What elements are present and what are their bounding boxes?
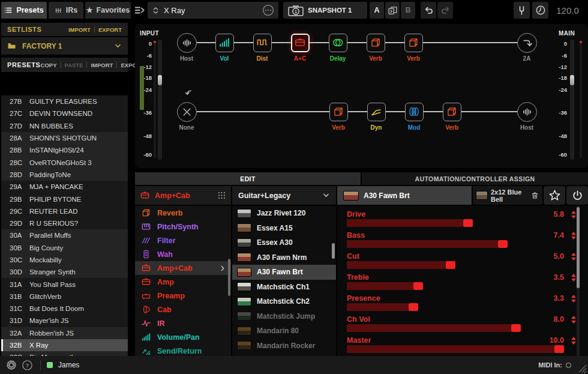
tab-edit[interactable]: EDIT: [135, 172, 361, 185]
bypass-power-button[interactable]: [566, 186, 588, 205]
preset-row[interactable]: 30DStranger Synth: [1, 266, 128, 278]
slider-handle[interactable]: [511, 324, 521, 332]
category-volume-pan[interactable]: Volume/Pan: [135, 330, 231, 344]
category-reverb[interactable]: Reverb: [135, 206, 231, 220]
model-row[interactable]: Essex A30: [232, 235, 336, 250]
model-row[interactable]: Mandarin Rocker: [232, 339, 336, 354]
param-stepper[interactable]: [571, 274, 576, 282]
tuner-button[interactable]: [514, 2, 530, 19]
collapse-panel-icon[interactable]: [134, 5, 145, 16]
stepper-down-icon[interactable]: [571, 300, 576, 303]
category-scrollbar-thumb[interactable]: [228, 259, 230, 296]
model-row[interactable]: Mandarin 80: [232, 324, 336, 339]
param-value[interactable]: 5.0: [538, 252, 564, 261]
path2-host-io[interactable]: [517, 102, 537, 122]
compare-copy-button[interactable]: [385, 2, 400, 19]
model-scrollbar-thumb[interactable]: [332, 243, 335, 259]
preset-selector[interactable]: X Ray: [148, 2, 278, 19]
param-slider[interactable]: [347, 282, 564, 290]
path1-host-io[interactable]: [177, 33, 197, 53]
compare-b-button[interactable]: B: [401, 2, 415, 19]
preset-row[interactable]: 31DMayer'ish JS: [1, 315, 128, 327]
param-stepper[interactable]: [571, 316, 576, 324]
slider-handle[interactable]: [413, 282, 423, 290]
preset-row[interactable]: 31BGlitchVerb: [1, 291, 128, 303]
param-slider[interactable]: [347, 303, 564, 311]
presets-import-button[interactable]: IMPORT: [91, 62, 113, 68]
undo-button[interactable]: [421, 2, 436, 19]
stepper-down-icon[interactable]: [571, 237, 576, 240]
param-value[interactable]: 3.3: [538, 294, 564, 303]
chain-scrollbar[interactable]: [158, 40, 162, 160]
preset-row[interactable]: 28ASHONN'S SHOTGUN: [1, 132, 128, 144]
tap-tempo-button[interactable]: [532, 2, 548, 19]
stepper-down-icon[interactable]: [571, 279, 576, 282]
model-row[interactable]: A30 Fawn Nrm: [232, 250, 336, 265]
param-slider[interactable]: [347, 219, 564, 227]
preset-row[interactable]: 29CREUTER LEAD: [1, 205, 128, 217]
stepper-up-icon[interactable]: [571, 337, 576, 340]
model-row[interactable]: A30 Fawn Brt: [232, 265, 336, 280]
param-stepper[interactable]: [571, 337, 576, 345]
category-cab[interactable]: Cab: [135, 303, 231, 316]
param-value[interactable]: 8.0: [538, 315, 564, 324]
tab-favorites[interactable]: ★ Favorites: [85, 2, 131, 19]
tab-irs[interactable]: IRs: [49, 2, 83, 19]
preset-row[interactable]: 28COveRTONeGHoSt 3: [1, 156, 128, 168]
preset-row[interactable]: 32BX Ray: [1, 339, 128, 351]
model-row[interactable]: Essex A15: [232, 221, 336, 236]
category-wah[interactable]: Wah: [135, 247, 231, 261]
preset-row[interactable]: 31CBut Does It Doom: [1, 303, 128, 315]
stepper-down-icon[interactable]: [571, 321, 576, 324]
preset-row[interactable]: 27CDEVIN TOWNSEND: [1, 107, 128, 119]
param-stepper[interactable]: [571, 253, 576, 261]
model-row[interactable]: Matchstick Ch2: [232, 294, 336, 309]
preset-row[interactable]: 27DNN BUBBLES: [1, 120, 128, 132]
grid-view-icon[interactable]: [217, 191, 226, 200]
slider-handle[interactable]: [463, 219, 473, 227]
chain-block-verb[interactable]: [443, 103, 461, 121]
stepper-down-icon[interactable]: [571, 216, 576, 219]
slider-handle[interactable]: [554, 345, 564, 353]
param-slider[interactable]: [347, 261, 564, 269]
family-dropdown[interactable]: Guitar+Legacy: [232, 186, 336, 205]
preset-row[interactable]: 30AParallel Muffs: [1, 229, 128, 241]
param-value[interactable]: 10.0: [538, 336, 564, 345]
stepper-up-icon[interactable]: [571, 232, 576, 235]
preset-row[interactable]: 30CMockabilly: [1, 254, 128, 266]
stepper-down-icon[interactable]: [571, 258, 576, 261]
param-value[interactable]: 7.4: [538, 231, 564, 240]
chain-block-dist[interactable]: [253, 34, 272, 52]
stepper-up-icon[interactable]: [571, 316, 576, 319]
preset-row[interactable]: 28BInSTANtgH0St/24: [1, 144, 128, 156]
chain-block-verb[interactable]: [329, 103, 348, 121]
stepper-up-icon[interactable]: [571, 295, 576, 298]
model-tab-amp[interactable]: A30 Fawn Brt: [337, 186, 472, 205]
chain-block-verb[interactable]: [367, 34, 385, 52]
preset-row[interactable]: 28DPaddingToNe: [1, 169, 128, 181]
model-tab-cab[interactable]: 2x12 Blue Bell: [473, 186, 542, 205]
preset-row[interactable]: 27BGUILTY PLEASURES: [1, 95, 128, 107]
tempo-value[interactable]: 120.0: [550, 2, 586, 19]
param-value[interactable]: 5.8: [538, 210, 564, 219]
ellipsis-menu-icon[interactable]: [262, 4, 274, 16]
chain-scrollbar-thumb[interactable]: [158, 75, 162, 85]
param-value[interactable]: 3.5: [538, 273, 564, 282]
snapshot-selector[interactable]: 1 SNAPSHOT 1: [283, 2, 367, 19]
preset-row[interactable]: 29BPHILIP BYTONE: [1, 193, 128, 205]
setlist-dropdown[interactable]: FACTORY 1: [1, 37, 128, 55]
preset-row[interactable]: 29AMJA + PANCAKE: [1, 181, 128, 193]
path2-none-io[interactable]: [177, 102, 197, 122]
setlists-import-button[interactable]: IMPORT: [68, 26, 91, 33]
favorite-button[interactable]: [544, 186, 565, 205]
stepper-up-icon[interactable]: [571, 274, 576, 277]
model-row[interactable]: Matchstick Jump: [232, 309, 336, 324]
category-amp[interactable]: Amp: [135, 275, 231, 289]
preset-row[interactable]: 31AYou Shall Pass: [1, 278, 128, 290]
path1-2a-io[interactable]: [517, 33, 537, 53]
model-row[interactable]: Jazz Rivet 120: [232, 206, 336, 221]
category-pitch-synth[interactable]: Pitch/Synth: [135, 220, 231, 234]
chain-block-delay[interactable]: [329, 34, 347, 52]
chain-block-vol[interactable]: [215, 34, 234, 52]
preset-row[interactable]: 30BBig County: [1, 242, 128, 254]
